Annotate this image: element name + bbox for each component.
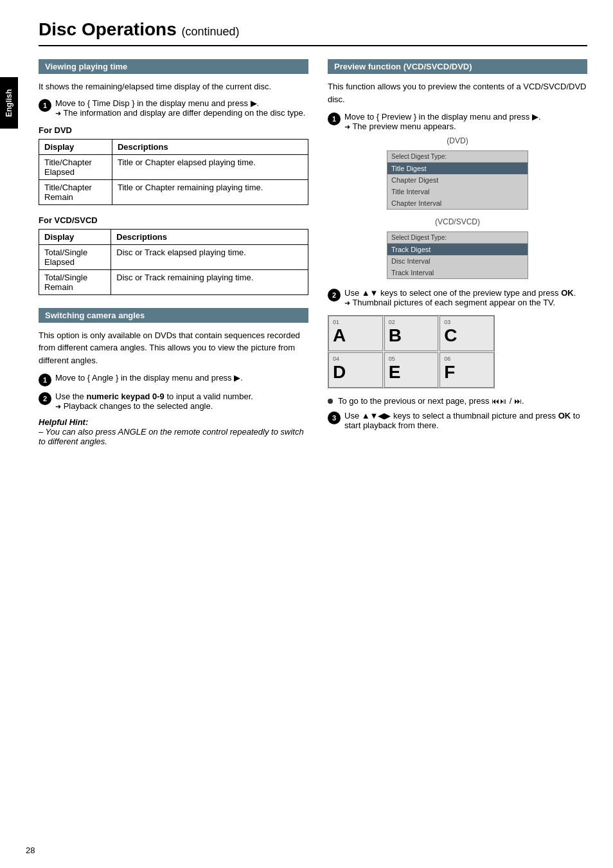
preview-step3: 3 Use ▲▼◀▶ keys to select a thumbnail pi…: [328, 411, 587, 430]
step1-num: 1: [39, 99, 51, 112]
thumb-cell-E: 05 E: [384, 352, 439, 388]
table-row: Total/SingleRemain Disc or Track remaini…: [39, 269, 308, 294]
dvd-table: Display Descriptions Title/ChapterElapse…: [39, 139, 308, 205]
camera-step1: 1 Move to { Angle } in the display menu …: [39, 373, 308, 386]
helpful-hint-block: Helpful Hint: – You can also press ANGLE…: [39, 417, 308, 446]
dvd-row2-col1: Title/ChapterRemain: [39, 179, 112, 204]
dvd-menu-item-chapter-digest: Chapter Digest: [387, 174, 528, 186]
two-column-layout: Viewing playing time It shows the remain…: [39, 59, 587, 446]
page-number: 28: [26, 845, 35, 855]
dvd-col-desc: Descriptions: [112, 139, 308, 154]
sidebar-language-label: English: [0, 77, 18, 129]
preview-step3-num: 3: [328, 411, 341, 424]
camera-intro: This option is only available on DVDs th…: [39, 329, 308, 367]
prev-next-text: To go to the previous or next page, pres…: [338, 396, 524, 406]
dvd-menu-item-title-digest: Title Digest: [387, 163, 528, 174]
vcd-row2-col2: Disc or Track remaining playing time.: [111, 269, 308, 294]
dvd-menu-item-chapter-interval: Chapter Interval: [387, 197, 528, 209]
for-dvd-label: For DVD: [39, 125, 308, 135]
thumb-cell-C: 03 C: [440, 316, 494, 351]
dvd-row1-col2: Title or Chapter elapsed playing time.: [112, 154, 308, 179]
table-row: Total/SingleElapsed Disc or Track elapse…: [39, 244, 308, 269]
vcd-row1-col2: Disc or Track elapsed playing time.: [111, 244, 308, 269]
preview-step1-content: Move to { Preview } in the display menu …: [344, 112, 587, 131]
step1-content: Move to { Time Disp } in the display men…: [55, 98, 308, 118]
vcd-menu-item-track-interval: Track Interval: [387, 267, 528, 278]
thumbnail-grid: 01 A 02 B 03 C 04 D 05 E: [328, 315, 495, 388]
left-column: Viewing playing time It shows the remain…: [39, 59, 308, 446]
dvd-row2-col2: Title or Chapter remaining playing time.: [112, 179, 308, 204]
camera-step2-content: Use the numeric keypad 0-9 to input a va…: [55, 392, 308, 411]
vcd-menu-item-disc-interval: Disc Interval: [387, 255, 528, 267]
section-preview-header: Preview function (VCD/SVCD/DVD): [328, 59, 587, 74]
vcd-col-desc: Descriptions: [111, 229, 308, 244]
vcd-col-display: Display: [39, 229, 111, 244]
thumb-cell-B: 02 B: [384, 316, 439, 351]
preview-step1-num: 1: [328, 113, 341, 125]
dvd-digest-menu: Select Digest Type: Title Digest Chapter…: [387, 150, 528, 210]
vcd-menu-item-track-digest: Track Digest: [387, 244, 528, 255]
dvd-menu-item-title-interval: Title Interval: [387, 186, 528, 197]
section-viewing-playing-time-header: Viewing playing time: [39, 59, 308, 74]
table-row: Title/ChapterRemain Title or Chapter rem…: [39, 179, 308, 204]
page-title: Disc Operations (continued): [39, 19, 587, 46]
vcd-menu-title: Select Digest Type:: [387, 232, 528, 244]
camera-step2-num: 2: [39, 392, 51, 405]
preview-intro: This function allows you to preview the …: [328, 80, 587, 105]
thumb-cell-D: 04 D: [328, 352, 383, 388]
vcd-label: (VCD/SVCD): [328, 217, 587, 226]
camera-step1-content: Move to { Angle } in the display menu an…: [55, 373, 308, 383]
dvd-col-display: Display: [39, 139, 112, 154]
section-switching-camera-header: Switching camera angles: [39, 308, 308, 323]
vcd-digest-menu: Select Digest Type: Track Digest Disc In…: [387, 231, 528, 279]
prev-next-bullet: To go to the previous or next page, pres…: [328, 396, 587, 406]
vcd-table: Display Descriptions Total/SingleElapsed…: [39, 229, 308, 295]
thumb-cell-F: 06 F: [440, 352, 494, 388]
dvd-menu-title: Select Digest Type:: [387, 151, 528, 163]
bullet-dot-icon: [328, 399, 333, 404]
vcd-row1-col1: Total/SingleElapsed: [39, 244, 111, 269]
page-container: English Disc Operations (continued) View…: [0, 0, 613, 868]
preview-step1: 1 Move to { Preview } in the display men…: [328, 112, 587, 131]
preview-step2-content: Use ▲▼ keys to select one of the preview…: [344, 288, 587, 307]
preview-step3-content: Use ▲▼◀▶ keys to select a thumbnail pict…: [344, 411, 587, 430]
vcd-row2-col1: Total/SingleRemain: [39, 269, 111, 294]
camera-step1-num: 1: [39, 374, 51, 386]
dvd-label: (DVD): [328, 136, 587, 145]
dvd-row1-col1: Title/ChapterElapsed: [39, 154, 112, 179]
for-vcd-label: For VCD/SVCD: [39, 215, 308, 225]
table-row: Title/ChapterElapsed Title or Chapter el…: [39, 154, 308, 179]
preview-step2: 2 Use ▲▼ keys to select one of the previ…: [328, 288, 587, 307]
camera-step2: 2 Use the numeric keypad 0-9 to input a …: [39, 392, 308, 411]
thumb-cell-A: 01 A: [328, 316, 383, 351]
right-column: Preview function (VCD/SVCD/DVD) This fun…: [328, 59, 587, 446]
viewing-intro: It shows the remaining/elapsed time disp…: [39, 80, 308, 93]
viewing-step1: 1 Move to { Time Disp } in the display m…: [39, 98, 308, 118]
preview-step2-num: 2: [328, 289, 341, 302]
